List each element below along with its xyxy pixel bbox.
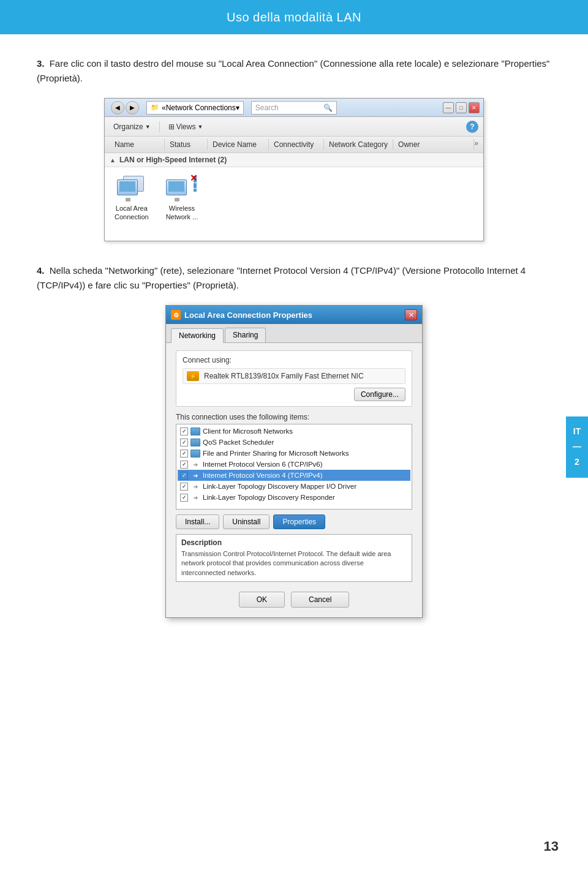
back-button[interactable]: ◀ bbox=[111, 101, 124, 115]
wireless-network-item[interactable]: ✕ Wireless Network ... bbox=[166, 175, 198, 222]
item-icon-5: ➜ bbox=[190, 482, 200, 491]
adapter-name: Realtek RTL8139/810x Family Fast Etherne… bbox=[204, 372, 401, 380]
address-icon: 📁 bbox=[151, 104, 159, 111]
col-device-name: Device Name bbox=[208, 139, 269, 150]
help-button[interactable]: ? bbox=[466, 121, 478, 133]
side-tab-language: IT bbox=[570, 424, 584, 439]
wireless-monitor bbox=[166, 179, 187, 195]
uninstall-button[interactable]: Uninstall bbox=[223, 514, 270, 529]
items-list: ✓ Client for Microsoft Networks ✓ QoS Pa… bbox=[176, 424, 412, 510]
col-network-category: Network Category bbox=[324, 139, 393, 150]
list-item-6[interactable]: ✓ ➜ Link-Layer Topology Discovery Respon… bbox=[178, 492, 410, 503]
window-controls: — □ ✕ bbox=[443, 102, 480, 113]
item-icon-1 bbox=[190, 438, 200, 446]
monitor-screen bbox=[119, 181, 135, 192]
ok-button[interactable]: OK bbox=[239, 592, 285, 608]
step3-text: 3. Fare clic con il tasto destro del mou… bbox=[37, 56, 551, 86]
wireless-icon: ✕ bbox=[166, 175, 198, 202]
col-name: Name bbox=[110, 139, 165, 150]
checkbox-6[interactable]: ✓ bbox=[180, 494, 188, 502]
properties-button[interactable]: Properties bbox=[273, 514, 325, 529]
tab-sharing[interactable]: Sharing bbox=[225, 328, 266, 342]
item-label-1: QoS Packet Scheduler bbox=[203, 439, 274, 446]
explorer-toolbar: Organize ▼ ⊞ Views ▼ ? bbox=[105, 117, 483, 137]
wireless-screen bbox=[168, 181, 184, 192]
local-area-connection-item[interactable]: Local Area Connection bbox=[115, 175, 149, 222]
list-item-2[interactable]: ✓ File and Printer Sharing for Microsoft… bbox=[178, 448, 410, 459]
checkbox-2[interactable]: ✓ bbox=[180, 450, 188, 458]
checkbox-4[interactable]: ✓ bbox=[180, 472, 188, 480]
list-item-0[interactable]: ✓ Client for Microsoft Networks bbox=[178, 426, 410, 437]
maximize-button[interactable]: □ bbox=[456, 102, 467, 113]
dialog-window: ⚙ Local Area Connection Properties ✕ Net… bbox=[165, 305, 423, 618]
page-title: Uso della modalità LAN bbox=[227, 10, 361, 24]
item-icon-3: ➜ bbox=[190, 460, 200, 469]
search-bar[interactable]: Search 🔍 bbox=[251, 101, 337, 115]
description-box: Description Transmission Control Protoco… bbox=[176, 534, 412, 582]
adapter-item: ⚡ Realtek RTL8139/810x Family Fast Ether… bbox=[183, 368, 405, 384]
dialog-title-icon: ⚙ bbox=[171, 310, 181, 320]
side-tab-separator: — bbox=[570, 439, 584, 454]
checkbox-3[interactable]: ✓ bbox=[180, 461, 188, 469]
items-section: This connection uses the following items… bbox=[176, 413, 412, 610]
description-text: Transmission Control Protocol/Internet P… bbox=[181, 549, 407, 578]
signal-bar-1 bbox=[194, 189, 197, 192]
minimize-button[interactable]: — bbox=[443, 102, 454, 113]
local-area-icon bbox=[117, 175, 146, 202]
network-items-area: Local Area Connection bbox=[105, 167, 483, 241]
page-number: 13 bbox=[544, 838, 559, 854]
clearfix: Configure... bbox=[183, 384, 405, 401]
forward-button[interactable]: ▶ bbox=[126, 101, 139, 115]
nav-arrows: ◀ ▶ bbox=[111, 101, 139, 115]
ok-cancel-row: OK Cancel bbox=[176, 588, 412, 610]
organize-dropdown-icon: ▼ bbox=[145, 124, 151, 130]
list-item-5[interactable]: ✓ ➜ Link-Layer Topology Discovery Mapper… bbox=[178, 481, 410, 492]
cancel-button[interactable]: Cancel bbox=[291, 592, 349, 608]
monitor-stand bbox=[126, 198, 130, 202]
step-4: 4. Nella scheda "Networking" (rete), sel… bbox=[37, 263, 551, 618]
item-icon-0 bbox=[190, 427, 200, 435]
address-title: Network Connections bbox=[166, 104, 236, 112]
dialog-title-label: Local Area Connection Properties bbox=[184, 311, 312, 320]
checkbox-5[interactable]: ✓ bbox=[180, 483, 188, 491]
organize-button[interactable]: Organize ▼ bbox=[110, 121, 154, 132]
item-label-4: Internet Protocol Version 4 (TCP/IPv4) bbox=[203, 472, 323, 479]
checkbox-0[interactable]: ✓ bbox=[180, 428, 188, 435]
search-placeholder: Search bbox=[255, 104, 279, 112]
dialog-body: Connect using: ⚡ Realtek RTL8139/810x Fa… bbox=[166, 343, 422, 617]
section-title: LAN or High-Speed Internet (2) bbox=[119, 156, 227, 164]
item-icon-2 bbox=[190, 449, 200, 458]
list-item-1[interactable]: ✓ QoS Packet Scheduler bbox=[178, 437, 410, 448]
configure-button[interactable]: Configure... bbox=[354, 388, 405, 401]
dialog-screenshot-container: ⚙ Local Area Connection Properties ✕ Net… bbox=[37, 305, 551, 618]
col-scroll: » bbox=[474, 139, 478, 150]
address-text: « bbox=[162, 104, 166, 112]
address-bar[interactable]: 📁 « Network Connections ▾ bbox=[146, 101, 244, 115]
step4-text: 4. Nella scheda "Networking" (rete), sel… bbox=[37, 263, 551, 293]
item-icon-4: ➜ bbox=[190, 471, 200, 480]
close-button[interactable]: ✕ bbox=[469, 102, 480, 113]
dialog-title-text: ⚙ Local Area Connection Properties bbox=[171, 310, 312, 320]
col-status: Status bbox=[165, 139, 208, 150]
side-tab-number: 2 bbox=[570, 454, 584, 470]
views-button[interactable]: ⊞ Views ▼ bbox=[165, 121, 207, 132]
install-button[interactable]: Install... bbox=[176, 514, 219, 529]
item-label-0: Client for Microsoft Networks bbox=[203, 428, 293, 435]
connect-using-section: Connect using: ⚡ Realtek RTL8139/810x Fa… bbox=[176, 350, 412, 407]
search-icon: 🔍 bbox=[323, 104, 333, 112]
tab-networking[interactable]: Networking bbox=[171, 328, 224, 343]
views-label: Views bbox=[176, 122, 196, 131]
list-item-3[interactable]: ✓ ➜ Internet Protocol Version 6 (TCP/IPv… bbox=[178, 459, 410, 470]
list-item-4[interactable]: ✓ ➜ Internet Protocol Version 4 (TCP/IPv… bbox=[178, 470, 410, 481]
iup-button-row: Install... Uninstall Properties bbox=[176, 514, 412, 529]
wireless-label: Wireless Network ... bbox=[166, 204, 198, 222]
wireless-x-mark: ✕ bbox=[190, 173, 198, 183]
monitor-front bbox=[117, 179, 138, 195]
views-dropdown-icon: ▼ bbox=[197, 124, 203, 130]
side-tab: IT — 2 bbox=[566, 416, 588, 478]
dialog-close-button[interactable]: ✕ bbox=[405, 309, 417, 320]
explorer-window: ◀ ▶ 📁 « Network Connections ▾ Search 🔍 bbox=[104, 98, 484, 241]
address-arrow: ▾ bbox=[236, 104, 239, 112]
checkbox-1[interactable]: ✓ bbox=[180, 439, 188, 446]
dialog-tabs: Networking Sharing bbox=[166, 324, 422, 343]
